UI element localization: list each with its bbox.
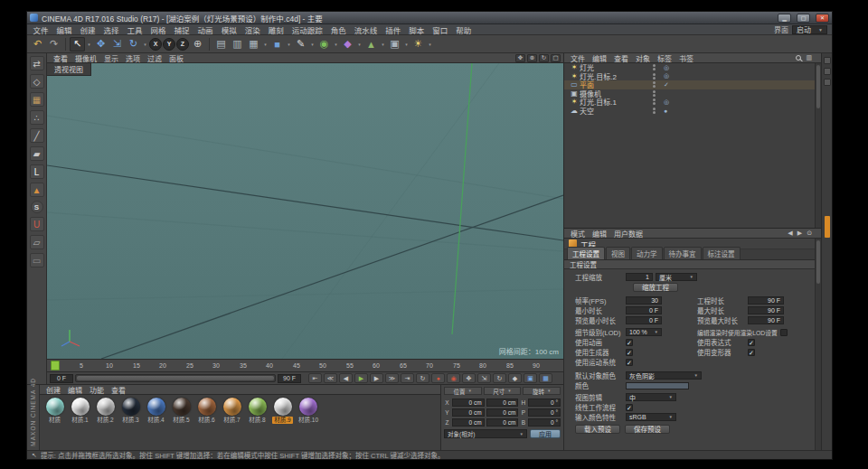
search-icon[interactable] — [796, 55, 801, 61]
generators-dropdown-icon[interactable]: ▾ — [333, 37, 339, 52]
material-sphere[interactable] — [71, 398, 90, 416]
edges-mode-icon[interactable]: ╱ — [30, 128, 44, 143]
enable-axis-icon[interactable]: L — [30, 164, 44, 179]
coordinate-column-dropdown[interactable]: 旋转▼ — [523, 387, 561, 395]
position-field[interactable]: 0 cm — [452, 399, 485, 407]
attribute-tab[interactable]: 动力学 — [631, 247, 663, 259]
enable-snap-icon[interactable]: U — [30, 217, 44, 231]
material-item[interactable]: 材质.10 — [297, 398, 319, 424]
layout-select[interactable]: 启动 ▼ — [792, 25, 827, 34]
coordinate-column-dropdown[interactable]: 尺寸▼ — [484, 387, 522, 395]
separator[interactable] — [65, 38, 66, 51]
record-position-button[interactable]: ✥ — [462, 373, 476, 383]
separator[interactable] — [209, 38, 210, 51]
menubar-item[interactable]: 模拟 — [217, 24, 241, 35]
object-manager-menu-item[interactable]: 查看 — [610, 53, 632, 63]
move-tool-icon[interactable]: ✥ — [93, 37, 108, 52]
menubar-item[interactable]: 文件 — [29, 24, 52, 35]
use-motion-checkbox[interactable] — [626, 359, 633, 366]
material-item[interactable]: 材质.9 — [271, 398, 294, 424]
attribute-tab[interactable]: 视图 — [606, 247, 630, 259]
timeline-ruler[interactable]: 051015202530354045505560657075808590 — [47, 359, 563, 372]
lock-z-icon[interactable]: Z — [176, 38, 189, 51]
material-item[interactable]: 材质.4 — [145, 398, 167, 424]
last-tool-dropdown-icon[interactable]: ▾ — [142, 37, 148, 52]
object-name[interactable]: 天空 — [580, 106, 648, 116]
material-item[interactable]: 材质.3 — [119, 398, 142, 424]
viewport-solo-icon[interactable]: S — [31, 201, 43, 213]
deformer-icon[interactable]: ◆ — [340, 37, 355, 52]
scrollbar-thumb[interactable] — [816, 65, 820, 108]
record-keyframe-button[interactable]: ● — [431, 373, 445, 383]
use-deformers-checkbox[interactable] — [748, 349, 755, 356]
side-tab-icon[interactable] — [824, 57, 831, 64]
side-tab-icon[interactable] — [824, 68, 831, 75]
timeline-scrollbar[interactable] — [75, 374, 276, 382]
coordinate-column-dropdown[interactable]: 位置▼ — [444, 387, 482, 395]
object-manager-scrollbar[interactable] — [815, 63, 821, 228]
material-sphere[interactable] — [97, 398, 115, 416]
viewport-menu-item[interactable]: 显示 — [100, 53, 122, 63]
object-manager-menu-item[interactable]: 书签 — [675, 53, 697, 63]
object-manager-menu-item[interactable]: 对象 — [632, 53, 654, 63]
default-color-dropdown[interactable]: 灰色阴影▼ — [626, 371, 702, 380]
timeline-scrollbar-handle[interactable] — [77, 376, 274, 380]
material-item[interactable]: 材质.2 — [94, 398, 117, 424]
material-item[interactable]: 材质.5 — [170, 398, 193, 424]
material-menu-item[interactable]: 功能 — [86, 385, 108, 395]
position-field[interactable]: 0 cm — [452, 418, 485, 427]
save-preset-button[interactable]: 保存预设 — [625, 425, 670, 434]
undo-icon[interactable]: ↶ — [30, 37, 45, 52]
lod-dropdown[interactable]: 100 %▼ — [626, 328, 662, 336]
scale-unit-dropdown[interactable]: 厘米▼ — [656, 273, 697, 281]
attribute-tab[interactable]: 工程设置 — [567, 247, 605, 259]
light-toolbar-icon[interactable]: ☀ — [410, 37, 426, 52]
add-cube-icon[interactable]: ■ — [269, 37, 285, 52]
range-start-field[interactable]: 0 F — [50, 374, 73, 383]
viewport-menu-item[interactable]: 查看 — [50, 53, 71, 63]
menubar-item[interactable]: 捕捉 — [170, 24, 193, 35]
light-dropdown-icon[interactable]: ▾ — [427, 37, 433, 52]
material-sphere[interactable] — [274, 398, 292, 416]
viewport-name-tab[interactable]: 透视视图 — [47, 63, 91, 76]
linear-workflow-checkbox[interactable] — [626, 404, 633, 411]
menubar-item[interactable]: 角色 — [326, 24, 350, 35]
view-maximize-icon[interactable]: ▢ — [551, 54, 561, 62]
rotation-field[interactable]: 0 ° — [528, 418, 561, 427]
timeline-playhead[interactable] — [51, 361, 60, 371]
menubar-item[interactable]: 插件 — [382, 24, 405, 35]
attribute-menu-item[interactable]: 模式 — [567, 229, 589, 239]
render-picture-viewer-icon[interactable]: ▥ — [230, 37, 245, 52]
visibility-dots[interactable] — [648, 64, 659, 70]
menubar-item[interactable]: 编辑 — [52, 24, 76, 35]
material-item[interactable]: 材质.7 — [221, 398, 243, 424]
title-bar[interactable]: CINEMA 4D R17.016 Studio (R17) - [湖泊案例（灯… — [27, 12, 832, 24]
visibility-dots[interactable] — [648, 81, 659, 88]
maximize-button[interactable]: ▢ — [797, 14, 810, 23]
material-item[interactable]: 材质 — [43, 398, 66, 424]
position-field[interactable]: 0 cm — [452, 408, 485, 417]
menubar-item[interactable]: 工具 — [123, 24, 146, 35]
material-sphere[interactable] — [46, 398, 64, 416]
input-profile-dropdown[interactable]: sRGB▼ — [626, 413, 676, 421]
object-manager-menu-item[interactable]: 编辑 — [589, 53, 610, 63]
side-tab-active[interactable] — [825, 216, 830, 238]
project-scale-field[interactable]: 1 — [626, 273, 653, 281]
side-tab-icon[interactable] — [824, 79, 831, 86]
render-lod-checkbox[interactable] — [780, 329, 788, 336]
material-sphere[interactable] — [249, 398, 267, 416]
coordinate-system-icon[interactable]: ⊕ — [190, 37, 205, 52]
pla-button[interactable]: ▦ — [539, 373, 552, 383]
color-swatch[interactable] — [626, 382, 689, 389]
attribute-tab[interactable]: 标注设置 — [703, 247, 741, 259]
minimize-button[interactable]: ▁ — [778, 14, 791, 23]
use-expressions-checkbox[interactable] — [748, 339, 755, 346]
deformer-dropdown-icon[interactable]: ▾ — [356, 37, 363, 52]
lock-y-icon[interactable]: Y — [163, 38, 175, 51]
attribute-tab[interactable]: 待办事宜 — [664, 247, 702, 259]
size-field[interactable]: 0 cm — [486, 399, 519, 407]
scrollbar-thumb[interactable] — [816, 240, 820, 284]
menubar-item[interactable]: 动画 — [193, 24, 217, 35]
view-zoom-icon[interactable]: ⊕ — [527, 54, 537, 62]
next-key-button[interactable]: ≫ — [385, 373, 399, 383]
